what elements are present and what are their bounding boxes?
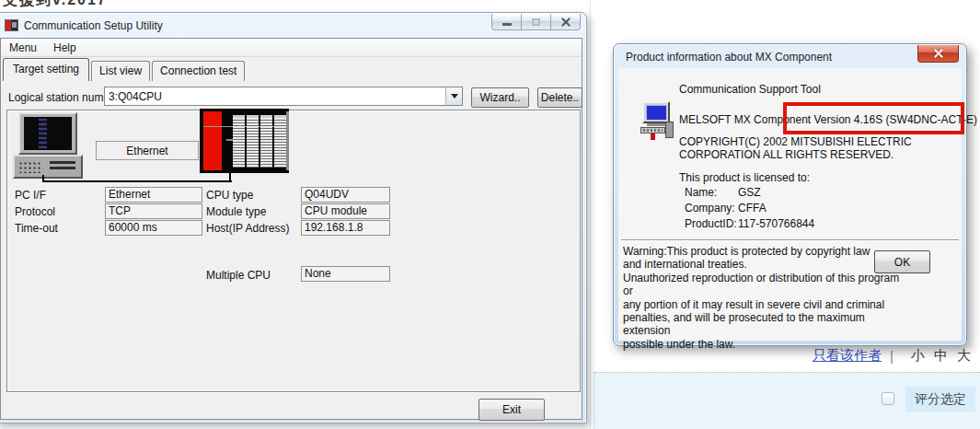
product-version-text: MELSOFT MX Component Version 4.16S (SW4D… [679, 113, 977, 126]
license-name-label: Name: [685, 186, 717, 199]
multiple-cpu-value: None [301, 266, 390, 282]
close-button[interactable] [550, 14, 581, 30]
dialog-title: Product information about MX Component [626, 51, 832, 64]
menu-bar: Menu Help [1, 39, 582, 57]
dialog-divider [621, 239, 959, 240]
maximize-button[interactable] [521, 14, 551, 30]
font-size-medium[interactable]: 中 [934, 347, 948, 365]
host-ip-value: 192.168.1.8 [301, 220, 390, 236]
pc-if-label: PC I/F [15, 189, 46, 202]
font-size-small[interactable]: 小 [911, 347, 925, 365]
setup-window-client-area: Menu Help Target setting List view Conne… [0, 38, 582, 420]
exit-button[interactable]: Exit [478, 399, 545, 421]
close-icon [933, 48, 944, 59]
protocol-label: Protocol [15, 205, 55, 218]
pc-drop-line [42, 175, 44, 180]
maximize-icon [532, 18, 540, 26]
module-type-value: CPU module [301, 203, 390, 219]
tab-connection-test[interactable]: Connection test [152, 61, 245, 81]
logical-station-number-value: 3:Q04CPU [105, 90, 445, 103]
tool-name-text: Communication Support Tool [679, 83, 821, 96]
rating-panel: 评分选定 [594, 372, 980, 429]
wizard-button[interactable]: Wizard.. [471, 87, 529, 108]
computer-icon [640, 101, 675, 140]
forum-page: { "page": { "top_clipped_text": "支援到v.20… [0, 0, 980, 429]
menu-item-menu[interactable]: Menu [1, 40, 45, 56]
multiple-cpu-label: Multiple CPU [206, 269, 271, 282]
clipped-thread-title: 支援到v.2017 [3, 0, 108, 10]
setup-window-title: Communication Setup Utility [24, 19, 163, 32]
license-company-label: Company: [685, 202, 735, 214]
window-control-buttons [492, 14, 581, 30]
tab-list-view[interactable]: List view [91, 61, 150, 81]
tab-strip: Target setting List view Connection test [3, 58, 247, 81]
logical-station-number-combobox[interactable]: 3:Q04CPU [104, 87, 463, 106]
cpu-type-label: CPU type [206, 189, 253, 202]
chevron-down-icon [451, 94, 458, 102]
delete-button[interactable]: Delete.. [537, 87, 582, 108]
product-information-dialog: Product information about MX Component C… [613, 43, 967, 346]
melsoft-app-icon [5, 19, 18, 31]
forum-column-divider [590, 0, 591, 429]
dialog-titlebar[interactable]: Product information about MX Component [614, 44, 966, 69]
pc-icon [13, 112, 83, 179]
warning-text: Warning:This product is protected by cop… [623, 245, 901, 351]
menu-item-help[interactable]: Help [45, 40, 85, 56]
minimize-icon [502, 23, 512, 26]
ok-button[interactable]: OK [874, 250, 930, 273]
plc-icon [200, 109, 289, 173]
module-type-label: Module type [206, 205, 266, 218]
rating-checkbox[interactable] [882, 392, 894, 405]
protocol-value: TCP [105, 203, 202, 219]
logical-station-number-label: Logical station number [8, 91, 120, 104]
font-size-large[interactable]: 大 [957, 347, 971, 365]
host-ip-label: Host(IP Address) [206, 222, 289, 235]
dialog-close-button[interactable] [917, 45, 959, 63]
connection-type-box: Ethernet [96, 141, 199, 160]
cpu-type-value: Q04UDV [301, 187, 390, 203]
target-setting-panel: Ethernet PC I/F Ethernet Protocol TCP Ti… [6, 110, 581, 392]
pc-if-value: Ethernet [105, 187, 202, 203]
copyright-text: COPYRIGHT(C) 2002 MITSUBISHI ELECTRIC CO… [679, 135, 912, 161]
tab-target-setting[interactable]: Target setting [3, 58, 89, 81]
close-icon [560, 17, 571, 28]
minimize-button[interactable] [491, 14, 522, 30]
license-productid-value: 117-570766844 [738, 217, 814, 230]
license-name-value: GSZ [738, 186, 761, 199]
license-company-value: CFFA [738, 202, 767, 214]
communication-setup-utility-window: Communication Setup Utility Menu Help Ta… [0, 12, 587, 423]
timeout-label: Time-out [15, 222, 58, 235]
rating-select-button[interactable]: 评分选定 [905, 387, 975, 412]
timeout-value: 60000 ms [105, 220, 202, 236]
licensed-to-heading: This product is licensed to: [679, 171, 810, 184]
network-bus-line [42, 180, 232, 182]
dialog-client-area: Communication Support Tool MELSOFT MX Co… [618, 68, 962, 341]
license-productid-label: ProductID: [685, 217, 737, 230]
plc-drop-line [229, 173, 231, 180]
combobox-dropdown-button[interactable] [445, 87, 462, 105]
